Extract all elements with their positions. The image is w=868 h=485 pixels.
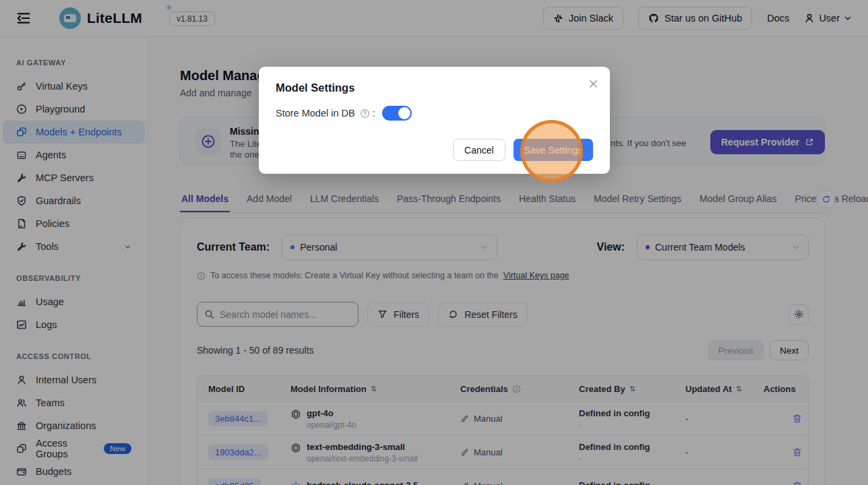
close-icon[interactable] [588,79,598,89]
modal-title: Model Settings [276,82,593,94]
question-circle-icon[interactable] [360,108,370,119]
model-settings-modal: Model Settings Store Model in DB : Cance… [259,67,610,174]
cancel-button[interactable]: Cancel [453,139,505,161]
toggle-knob [398,107,410,119]
colon: : [373,108,375,119]
save-settings-button[interactable]: Save Settings [514,139,593,161]
store-model-label: Store Model in DB [276,108,355,119]
store-model-toggle[interactable] [382,106,412,121]
